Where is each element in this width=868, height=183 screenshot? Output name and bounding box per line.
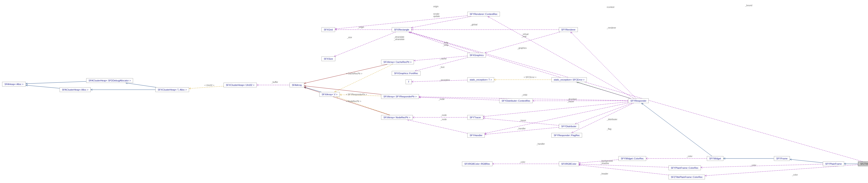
edge-SFXArrayNode-SFAArray [304, 87, 390, 115]
edge-label: < UInt32 > [205, 84, 214, 87]
node-SFYPlainFrame[interactable]: SFYPlainFrame [823, 161, 844, 166]
node-SFXGraphicsFontRec[interactable]: SFXGraphics::FontRec [392, 71, 421, 75]
diagram-canvas: SFAHeap< Alloc >SFAClusterHeap< SFDDebug… [0, 0, 868, 183]
edge-SFZTitlePlainFrameColorRec-SFXRGBColor [579, 165, 669, 175]
edge-SFYHandler-SFXArrayNode [407, 120, 467, 133]
node-SFYDistributer[interactable]: SFYDistributer [559, 124, 579, 129]
node-SFZTitlePlainFrame[interactable]: SFZTitlePlainFrame [858, 161, 868, 166]
edge-SFXArrayCache-SFAArray [304, 64, 387, 83]
edge-SFYResponder-SFYRenderer [570, 32, 636, 98]
edge-SFYResponder-SFXRectangle [409, 32, 631, 98]
edge-SFYWidgetColorRec-SFXRGBColor [579, 159, 618, 163]
edge-SFYResponder-SFYHandler [485, 103, 628, 133]
edge-label: _handler [536, 143, 545, 145]
node-static_exception_T[interactable]: static_exception< T > [467, 77, 494, 82]
node-SFXClusterHeapTAlloc[interactable]: SFXClusterHeap< T, Alloc > [155, 87, 189, 92]
node-SFAClusterHeapAlloc[interactable]: SFAClusterHeap< Alloc > [60, 87, 91, 92]
edge-SFXArrayResp-SFXArrayV [340, 95, 381, 96]
node-SFYRendererContextRec[interactable]: SFYRenderer::ContextRec [467, 12, 500, 17]
edge-SFZTitlePlainFrame-SFZTitlePlainFrameColorRec [705, 165, 858, 176]
edge-SFYPlainFrame-SFYPlainFrameColorRec [701, 164, 823, 167]
edge-SFXArrayCache-SFXArrayV [335, 64, 393, 92]
edge-label: _dcontext_tracer [567, 98, 577, 103]
edge-label: _distributer [607, 118, 617, 121]
edge-label: _size [347, 36, 352, 38]
edge-label: _node [441, 114, 447, 116]
node-T[interactable]: T [406, 80, 412, 84]
edge-label: _stranslate_utranslate [394, 36, 404, 40]
node-SFAArray[interactable]: SFAArray [289, 83, 304, 87]
node-SFAHeapAlloc[interactable]: SFAHeap< Alloc > [2, 82, 26, 87]
edge-label: _buffer [272, 81, 278, 83]
edge-SFYDistributerContextRec-SFXArrayResp [419, 97, 499, 100]
edge-SFXGraphics-SFXGraphicsFontRec [415, 58, 467, 71]
edge-SFAClusterHeapAlloc-SFAHeapAlloc [26, 85, 60, 88]
edge-label: renderupdate [433, 13, 440, 18]
edge-label: _graphics [517, 47, 527, 49]
node-SFYPlainFrameColorRec[interactable]: SFYPlainFrame::ColorRec [669, 165, 701, 170]
edge-label: _cache [440, 58, 446, 60]
edge-SFYPlainFrameColorRec-SFXRGBColor [579, 164, 669, 167]
node-SFYHandler[interactable]: SFYHandler [467, 133, 485, 138]
edge-SFXArrayResp-SFAArray [304, 86, 381, 94]
edge-SFYPlainFrame-SFYFrame [790, 159, 823, 163]
node-SFYTracer[interactable]: SFYTracer [467, 115, 483, 120]
node-SFZTitlePlainFrameColorRec[interactable]: SFZTitlePlainFrame::ColorRec [669, 175, 705, 179]
edge-SFXGraphics-SFXArrayCache [414, 56, 467, 61]
node-SFYRenderer[interactable]: SFYRenderer [559, 27, 578, 32]
edge-SFYResponder-SFYTracer [483, 102, 628, 117]
node-static_exception_SFCError[interactable]: static_exception< SFCError > [551, 77, 587, 82]
node-SFXArrayResp[interactable]: SFXArray< SFYResponderPtr > [381, 94, 419, 99]
edge-SFZTitlePlainFrame-SFXRectangle [410, 32, 863, 161]
edge-label: _origin [358, 26, 364, 28]
node-SFXRGBColor[interactable]: SFXRGBColor [559, 161, 579, 166]
node-SFXArrayV[interactable]: SFXArray< V > [319, 92, 340, 97]
edge-label: _child [522, 94, 527, 96]
edge-label: _global [470, 24, 477, 26]
edge-SFYResponder-SFYResponderFlagRec [571, 103, 633, 133]
edge-label: _handler [517, 127, 526, 130]
edge-label: < CacheRecPtr > [346, 72, 362, 75]
node-SFYWidgetColorRec[interactable]: SFYWidget::ColorRec [618, 156, 646, 161]
edge-label: _node [441, 118, 447, 121]
edge-label: _font [440, 66, 444, 68]
edge-SFYWidget-SFYResponder [642, 103, 712, 156]
edge-SFAClusterHeapSFDDebug-SFAHeapAlloc [26, 81, 86, 84]
node-SFXArrayCache[interactable]: SFXArray< CacheRecPtr > [381, 60, 414, 64]
edge-label: _bound [745, 4, 752, 7]
node-SFYFrame[interactable]: SFYFrame [774, 156, 790, 161]
node-SFYWidget[interactable]: SFYWidget [707, 156, 723, 161]
edge-label: _flag [607, 128, 612, 130]
edge-label: _color [792, 174, 798, 176]
edge-SFYRendererContextRec-SFXGrid [335, 16, 467, 29]
edge-static_exception_T-T [412, 80, 467, 82]
edge-SFXGraphics-SFXRectangle [408, 32, 470, 53]
edge-SFXClusterHeapUInt32-SFXClusterHeapTAlloc [189, 86, 223, 88]
edge-label: _renderer [607, 27, 616, 29]
edges-layer [0, 0, 868, 183]
node-SFXGraphics[interactable]: SFXGraphics [467, 53, 486, 58]
edge-label: _color [750, 164, 756, 166]
node-SFXSize[interactable]: SFXSize [321, 57, 335, 61]
node-SFAClusterHeapSFDDebug[interactable]: SFAClusterHeap< SFDDebugAllocator > [86, 78, 133, 83]
node-SFYResponderFlagRec[interactable]: SFYResponder::FlagRec [551, 133, 582, 138]
node-SFYDistributerContextRec[interactable]: SFYDistributer::ContextRec [499, 98, 533, 103]
node-SFXClusterHeapUInt32[interactable]: SFXClusterHeap< UInt32 > [223, 83, 257, 87]
edge-label: _sclip_uclip [443, 41, 448, 46]
edge-label: _virtual_real [522, 33, 528, 38]
edge-label: _exception [440, 79, 450, 81]
edge-SFYDistributer-SFYTracer [483, 118, 559, 125]
edge-SFYResponder-SFYDistributer [575, 103, 632, 124]
node-SFYResponder[interactable]: SFYResponder [628, 98, 649, 103]
edge-SFXArrayNode-SFXArrayV [336, 97, 390, 115]
edge-label: _color [520, 161, 525, 163]
edge-label: _node [439, 98, 444, 100]
edge-label: _background_shadow [600, 160, 613, 164]
edge-SFXRectangle-SFXSize [334, 32, 396, 57]
node-SFXRGBColorRGBRec[interactable]: SFXRGBColor::RGBRec [462, 161, 492, 166]
node-SFXArrayNode[interactable]: SFXArray< NodeRecPtr > [381, 115, 413, 120]
node-SFXRectangle[interactable]: SFXRectangle [392, 27, 411, 32]
edge-SFYDistributer-SFYHandler [485, 127, 559, 135]
edge-label: origin [433, 5, 438, 8]
node-SFXGrid[interactable]: SFXGrid [321, 27, 335, 32]
